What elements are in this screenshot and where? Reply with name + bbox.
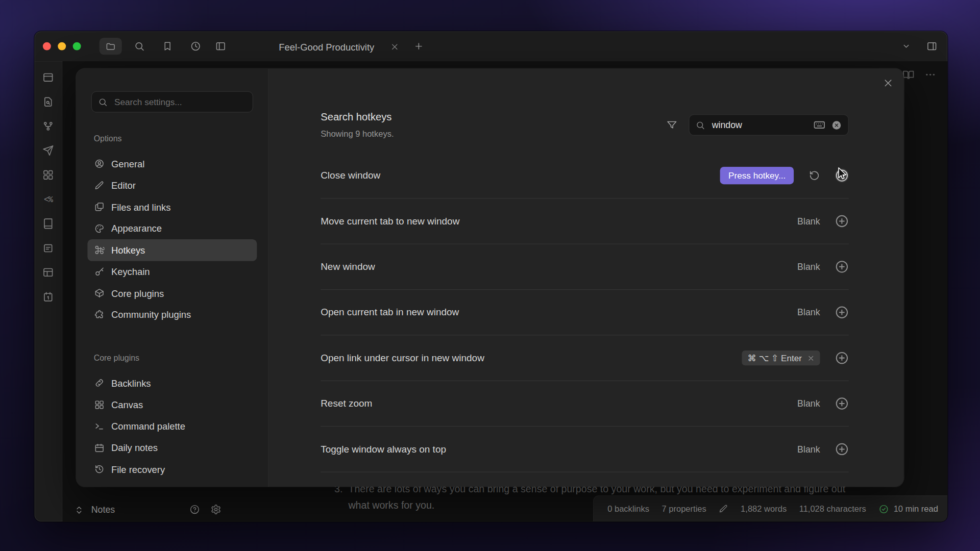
close-window-button[interactable] bbox=[43, 42, 51, 51]
toggle-left-sidebar-button[interactable] bbox=[215, 41, 226, 52]
search-icon bbox=[134, 41, 145, 52]
hotkey-label: Reset zoom bbox=[321, 398, 372, 409]
add-hotkey-icon[interactable] bbox=[835, 397, 849, 411]
hotkeys-search-input[interactable] bbox=[710, 119, 807, 131]
hotkey-controls: Blank bbox=[797, 442, 849, 456]
calendar-day-icon[interactable] bbox=[42, 291, 54, 303]
settings-nav-file-recovery[interactable]: File recovery bbox=[87, 459, 257, 480]
press-hotkey-button[interactable]: Press hotkey... bbox=[720, 167, 794, 184]
plus-icon bbox=[414, 41, 424, 52]
sidebar-footer: Notes bbox=[75, 505, 115, 515]
book-icon[interactable] bbox=[42, 218, 54, 229]
backlinks-count: 0 backlinks bbox=[607, 504, 649, 513]
tab-feel-good-productivity[interactable]: Feel-Good Productivity bbox=[247, 35, 406, 59]
user-circle-icon bbox=[94, 159, 105, 169]
settings-nav-command-palette[interactable]: Command palette bbox=[87, 415, 257, 437]
nav-label: Appearance bbox=[111, 223, 162, 234]
hotkey-controls: Blank bbox=[797, 260, 849, 273]
titlebar: Feel-Good Productivity bbox=[34, 31, 947, 62]
notes-folder-label[interactable]: Notes bbox=[91, 505, 115, 515]
add-hotkey-icon[interactable] bbox=[835, 260, 849, 273]
nav-label: Daily notes bbox=[111, 442, 158, 453]
nav-section-header-options: Options bbox=[94, 134, 251, 143]
status-bar: 0 backlinks 7 properties 1,882 words 11,… bbox=[593, 495, 947, 521]
read-time-group: 10 min read bbox=[878, 504, 938, 514]
new-tab-button[interactable] bbox=[414, 41, 424, 52]
card-note-icon[interactable] bbox=[42, 242, 54, 254]
bookmark-icon bbox=[162, 41, 173, 52]
hotkeys-subtitle: Showing 9 hotkeys. bbox=[321, 129, 394, 138]
quick-switcher-button[interactable] bbox=[134, 41, 145, 52]
settings-nav-general[interactable]: General bbox=[87, 153, 257, 174]
hotkey-row-open-link-new-window: Open link under cursor in new window ⌘ ⌥… bbox=[321, 336, 849, 381]
help-icon[interactable] bbox=[189, 504, 200, 515]
hotkeys-title: Search hotkeys bbox=[321, 111, 394, 123]
hotkeys-header-text: Search hotkeys Showing 9 hotkeys. bbox=[321, 111, 394, 139]
hotkey-blank-value: Blank bbox=[797, 398, 820, 409]
settings-nav-core-plugins[interactable]: Core plugins bbox=[87, 282, 257, 304]
bookmarks-button[interactable] bbox=[162, 41, 173, 52]
hotkey-keys: ⌘ ⌥ ⇧ Enter bbox=[747, 353, 802, 363]
panel-left-icon bbox=[215, 41, 226, 52]
terminal-icon bbox=[94, 421, 105, 432]
add-hotkey-icon[interactable] bbox=[835, 214, 849, 228]
settings-nav-hotkeys[interactable]: Hotkeys bbox=[87, 239, 257, 261]
open-tab-switcher-icon[interactable] bbox=[42, 72, 54, 83]
hotkeys-list: Close window Press hotkey... Mo bbox=[321, 153, 849, 472]
history-icon bbox=[94, 464, 105, 474]
settings-nav-daily-notes[interactable]: Daily notes bbox=[87, 437, 257, 459]
hotkey-blank-value: Blank bbox=[797, 307, 820, 317]
hotkeys-header-controls bbox=[666, 114, 849, 136]
recent-files-button[interactable] bbox=[190, 41, 201, 52]
settings-search-input[interactable] bbox=[113, 96, 247, 108]
settings-nav-files-and-links[interactable]: Files and links bbox=[87, 196, 257, 217]
tab-close-icon[interactable] bbox=[390, 43, 399, 51]
clear-search-icon[interactable] bbox=[831, 119, 842, 130]
file-search-icon[interactable] bbox=[42, 96, 54, 108]
hotkey-blank-value: Blank bbox=[797, 262, 820, 272]
hotkey-controls: Blank bbox=[797, 397, 849, 411]
settings-gear-icon[interactable] bbox=[211, 504, 222, 515]
add-hotkey-icon[interactable] bbox=[835, 306, 849, 319]
settings-nav-canvas[interactable]: Canvas bbox=[87, 394, 257, 415]
left-ribbon: <% bbox=[34, 61, 62, 521]
canvas-icon bbox=[94, 399, 105, 410]
folder-icon bbox=[106, 41, 116, 52]
add-hotkey-icon[interactable] bbox=[835, 442, 849, 456]
add-hotkey-icon[interactable] bbox=[835, 351, 849, 365]
graph-view-icon[interactable] bbox=[42, 120, 54, 132]
settings-nav-backlinks[interactable]: Backlinks bbox=[87, 372, 257, 394]
edit-mode-icon[interactable] bbox=[719, 504, 728, 513]
settings-nav-note-composer[interactable]: Note composer bbox=[87, 480, 257, 487]
desktop-background: Feel-Good Productivity bbox=[0, 0, 980, 551]
chevrons-up-down-icon[interactable] bbox=[75, 505, 84, 514]
restore-default-icon[interactable] bbox=[808, 170, 820, 181]
hotkey-label: Move current tab to new window bbox=[321, 215, 459, 227]
nav-label: Editor bbox=[111, 180, 136, 191]
table-icon[interactable] bbox=[42, 267, 54, 278]
settings-sidebar: Options General Editor Files and links A… bbox=[76, 69, 268, 487]
canvas-grid-icon[interactable] bbox=[42, 169, 54, 181]
minimize-window-button[interactable] bbox=[58, 42, 66, 51]
remove-hotkey-icon[interactable] bbox=[807, 355, 814, 361]
check-circle-icon bbox=[878, 504, 889, 514]
nav-label: Note composer bbox=[111, 486, 175, 487]
hotkey-row-open-tab-new-window: Open current tab in new window Blank bbox=[321, 290, 849, 335]
templates-icon[interactable]: <% bbox=[44, 194, 53, 205]
settings-nav-keychain[interactable]: Keychain bbox=[87, 261, 257, 282]
publish-icon[interactable] bbox=[42, 145, 54, 156]
tab-list-dropdown-button[interactable] bbox=[902, 42, 911, 51]
zoom-window-button[interactable] bbox=[73, 42, 81, 51]
keyboard-icon[interactable] bbox=[813, 119, 825, 131]
modal-close-button[interactable] bbox=[883, 78, 893, 88]
close-icon bbox=[883, 78, 893, 88]
settings-nav-editor[interactable]: Editor bbox=[87, 174, 257, 196]
panel-right-icon bbox=[926, 41, 937, 52]
nav-label: Canvas bbox=[111, 399, 143, 410]
toggle-right-sidebar-button[interactable] bbox=[926, 41, 937, 52]
filter-icon[interactable] bbox=[666, 119, 677, 131]
vault-switcher-button[interactable] bbox=[100, 38, 122, 55]
settings-nav-appearance[interactable]: Appearance bbox=[87, 218, 257, 239]
settings-nav-community-plugins[interactable]: Community plugins bbox=[87, 304, 257, 325]
palette-icon bbox=[94, 223, 105, 234]
